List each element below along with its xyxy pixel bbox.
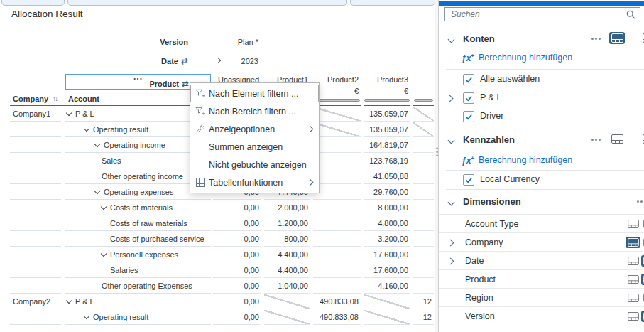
rows-display-icon[interactable] bbox=[626, 255, 640, 267]
value-cell[interactable]: 3.200,00 bbox=[364, 232, 410, 247]
collapse-caret-icon[interactable] bbox=[94, 141, 100, 147]
value-cell[interactable] bbox=[264, 294, 310, 309]
overflow-menu-icon[interactable] bbox=[591, 139, 601, 141]
value-cell[interactable] bbox=[264, 310, 310, 325]
value-cell[interactable] bbox=[313, 122, 361, 137]
column-resize-handle[interactable] bbox=[364, 99, 410, 102]
account-cell[interactable]: Operating result bbox=[65, 310, 211, 325]
add-calculation-link[interactable]: ƒx+Berechnung hinzufügen bbox=[462, 50, 572, 65]
value-cell[interactable]: 4.160,00 bbox=[364, 279, 410, 294]
column-resize-handle[interactable] bbox=[314, 99, 360, 102]
value-cell[interactable]: 17.600,00 bbox=[364, 247, 410, 262]
account-cell[interactable]: Other operating Expenses bbox=[65, 279, 211, 294]
columns-display-icon[interactable] bbox=[641, 292, 644, 304]
version-filter-value[interactable]: Plan * bbox=[213, 38, 258, 46]
company-cell[interactable] bbox=[10, 122, 61, 137]
collapse-caret-icon[interactable] bbox=[94, 188, 100, 194]
company-column-header[interactable]: Company bbox=[13, 95, 48, 103]
page-tab[interactable] bbox=[67, 0, 347, 6]
columns-display-icon[interactable] bbox=[641, 311, 644, 322]
value-cell[interactable]: 123.768,19 bbox=[364, 154, 410, 168]
value-cell[interactable]: 4.400,00 bbox=[264, 263, 310, 278]
value-cell[interactable]: 0,00 bbox=[213, 200, 261, 215]
value-cell[interactable]: 0,00 bbox=[213, 294, 261, 309]
value-cell[interactable]: 490.833,08 bbox=[313, 294, 361, 309]
dimension-row[interactable]: Product bbox=[439, 269, 644, 289]
checkbox[interactable] bbox=[463, 174, 474, 186]
value-cell[interactable] bbox=[364, 310, 410, 325]
value-column-header[interactable]: Product2 bbox=[313, 75, 361, 85]
member-row[interactable]: Local Currency bbox=[439, 171, 644, 188]
value-cell[interactable] bbox=[313, 200, 361, 215]
value-cell[interactable] bbox=[413, 247, 434, 262]
checkbox[interactable] bbox=[463, 111, 474, 122]
columns-display-icon[interactable] bbox=[641, 218, 644, 230]
section-header-dimensionen[interactable]: Dimensionen bbox=[439, 194, 644, 210]
rows-display-icon[interactable] bbox=[626, 237, 640, 248]
value-cell[interactable] bbox=[313, 107, 361, 122]
member-row[interactable]: P & L bbox=[439, 90, 644, 107]
company-cell[interactable] bbox=[10, 216, 61, 231]
columns-display-icon[interactable] bbox=[640, 133, 644, 145]
company-cell[interactable] bbox=[10, 185, 61, 200]
add-calculation-link[interactable]: ƒx+Berechnung hinzufügen bbox=[462, 153, 572, 167]
chevron-right-icon[interactable] bbox=[447, 240, 454, 247]
context-menu-item[interactable]: Nach Element filtern ... bbox=[190, 85, 319, 102]
company-cell[interactable] bbox=[10, 169, 61, 184]
search-icon[interactable] bbox=[626, 10, 635, 19]
value-cell[interactable]: 8.000,00 bbox=[364, 200, 410, 215]
value-cell[interactable]: 0,00 bbox=[213, 310, 261, 325]
value-cell[interactable]: 1.200,00 bbox=[264, 216, 310, 231]
dimension-row[interactable]: Company bbox=[439, 232, 644, 252]
member-row[interactable]: Alle auswählen bbox=[439, 71, 644, 88]
value-cell[interactable]: 2.000,00 bbox=[264, 200, 310, 215]
value-cell[interactable] bbox=[413, 107, 434, 122]
rows-display-icon[interactable] bbox=[626, 292, 640, 304]
value-cell[interactable]: 17.600,00 bbox=[364, 263, 410, 278]
value-cell[interactable]: 29.760,00 bbox=[364, 185, 410, 200]
company-cell[interactable] bbox=[10, 138, 61, 153]
page-tab[interactable] bbox=[350, 0, 435, 6]
value-cell[interactable]: 0,00 bbox=[213, 279, 261, 294]
version-filter-label[interactable]: Version bbox=[71, 38, 188, 46]
value-cell[interactable]: 164.819,07 bbox=[364, 138, 410, 153]
search-input[interactable] bbox=[449, 9, 626, 20]
value-cell[interactable] bbox=[313, 216, 361, 231]
value-cell[interactable] bbox=[413, 138, 434, 153]
value-cell[interactable]: 41.050,88 bbox=[364, 169, 410, 184]
value-cell[interactable]: 0,00 bbox=[213, 263, 261, 278]
chevron-down-icon[interactable] bbox=[448, 36, 455, 43]
value-cell[interactable]: 4.800,00 bbox=[364, 216, 410, 231]
value-cell[interactable]: 1.040,00 bbox=[264, 279, 310, 294]
value-cell[interactable] bbox=[413, 154, 434, 168]
value-cell[interactable] bbox=[313, 279, 361, 294]
company-cell[interactable] bbox=[10, 232, 61, 247]
account-cell[interactable]: Salaries bbox=[65, 263, 211, 278]
rows-display-icon[interactable] bbox=[626, 218, 640, 230]
value-cell[interactable] bbox=[413, 263, 434, 278]
value-cell[interactable] bbox=[313, 138, 361, 153]
context-menu-item[interactable]: Tabellenfunktionen bbox=[190, 173, 319, 191]
date-filter-label[interactable]: Date ⇄ bbox=[71, 57, 188, 65]
value-cell[interactable]: 800,00 bbox=[264, 232, 310, 247]
value-column-header[interactable]: Product3 bbox=[364, 75, 410, 85]
value-cell[interactable]: 12 bbox=[413, 294, 434, 309]
company-cell[interactable] bbox=[10, 154, 61, 168]
chevron-down-icon[interactable] bbox=[448, 137, 455, 144]
company-cell[interactable] bbox=[10, 247, 61, 262]
value-cell[interactable] bbox=[413, 216, 434, 231]
context-menu-item[interactable]: Anzeigeoptionen bbox=[190, 120, 319, 138]
dimension-row[interactable]: Region bbox=[439, 288, 644, 307]
checkbox[interactable] bbox=[463, 74, 474, 85]
collapse-caret-icon[interactable] bbox=[101, 204, 107, 210]
company-cell[interactable] bbox=[10, 263, 61, 278]
account-column-header[interactable]: Account bbox=[68, 95, 99, 103]
value-cell[interactable] bbox=[413, 279, 434, 294]
value-cell[interactable] bbox=[413, 200, 434, 215]
value-cell[interactable] bbox=[413, 169, 434, 184]
value-cell[interactable] bbox=[313, 185, 361, 200]
overflow-menu-icon[interactable] bbox=[637, 200, 644, 203]
product-filter-label[interactable]: Product ⇄ bbox=[149, 80, 189, 88]
value-cell[interactable] bbox=[313, 263, 361, 278]
value-cell[interactable]: 0,00 bbox=[213, 247, 261, 262]
